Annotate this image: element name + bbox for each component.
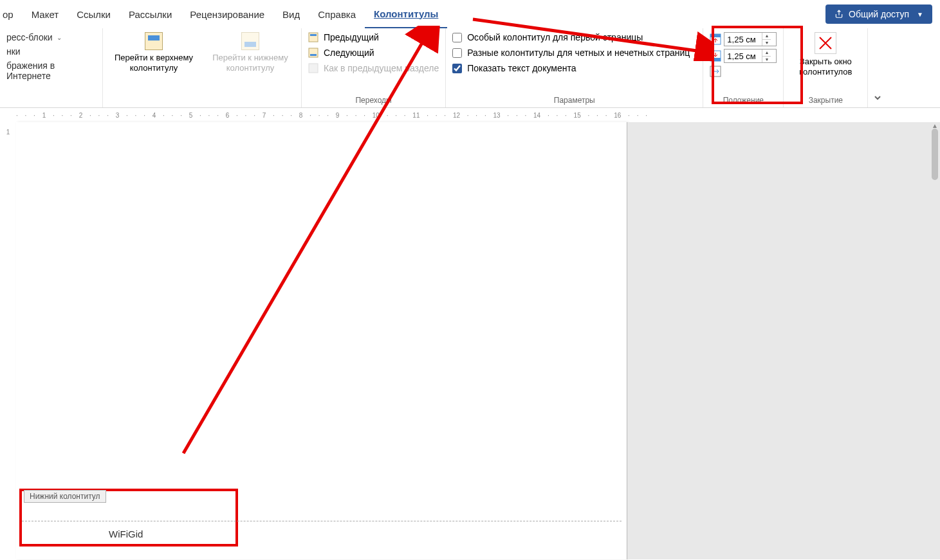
close-group-label: Закрытие <box>790 96 861 106</box>
previous-label: Предыдущий <box>324 32 379 42</box>
scrollbar-thumb[interactable] <box>932 129 938 180</box>
goto-footer-label: Перейти к нижнему колонтитулу <box>202 53 299 73</box>
next-button[interactable]: Следующий <box>308 48 439 58</box>
tab-view[interactable]: Вид <box>273 0 309 28</box>
share-button[interactable]: Общий доступ ▼ <box>825 5 932 24</box>
web-images-button[interactable]: бражения в Интернете <box>6 60 96 81</box>
tab-layout[interactable]: Макет <box>23 0 68 28</box>
checkbox-odd-even[interactable] <box>452 48 462 58</box>
same-as-previous-button: Как в предыдущем разделе <box>308 63 439 73</box>
group-insert-partial: ресс-блоки⌄ нки бражения в Интернете <box>0 28 103 107</box>
group-parameters: Особый колонтитул для первой страницы Ра… <box>446 28 703 107</box>
tab-help[interactable]: Справка <box>309 0 365 28</box>
show-text-label: Показать текст документа <box>467 63 576 73</box>
spin-down-icon[interactable]: ▼ <box>762 40 771 46</box>
next-icon <box>308 48 318 58</box>
next-label: Следующий <box>324 48 374 58</box>
ribbon-collapse-button[interactable] <box>868 28 887 107</box>
footer-text[interactable]: WiFiGid <box>109 528 143 539</box>
document-page[interactable]: Нижний колонтитул WiFiGid <box>16 122 627 559</box>
close-label: Закрыть окно колонтитулов <box>790 57 861 77</box>
header-position-input[interactable] <box>724 33 762 46</box>
document-area: 1 Нижний колонтитул WiFiGid ▲ <box>0 122 940 559</box>
first-page-label: Особый колонтитул для первой страницы <box>467 32 643 42</box>
previous-button[interactable]: Предыдущий <box>308 32 439 42</box>
page-background: ▲ <box>627 122 940 559</box>
tab-align-icon <box>710 66 721 77</box>
horizontal-ruler[interactable]: · · · 1 · · · 2 · · · 3 · · · 4 · · · 5 … <box>0 108 940 122</box>
ruler-v-mark: 1 <box>0 129 16 136</box>
spin-up-icon[interactable]: ▲ <box>762 50 771 57</box>
prev-icon <box>308 32 318 42</box>
ribbon-tabs: ор Макет Ссылки Рассылки Рецензирование … <box>0 0 940 28</box>
close-header-footer-button[interactable]: Закрыть окно колонтитулов <box>790 32 861 77</box>
position-group-label: Положение <box>710 96 777 106</box>
different-odd-even-checkbox[interactable]: Разные колонтитулы для четных и нечетных… <box>452 48 690 58</box>
footer-icon <box>241 32 259 50</box>
goto-header-button[interactable]: Перейти к верхнему колонтитулу <box>106 32 202 73</box>
tab-insert-partial[interactable]: ор <box>0 0 23 28</box>
footer-dashed-line <box>22 521 622 521</box>
annotation-footer-box: Нижний колонтитул WiFiGid <box>19 489 238 546</box>
different-first-page-checkbox[interactable]: Особый колонтитул для первой страницы <box>452 32 690 42</box>
chevron-down-icon: ⌄ <box>57 34 62 41</box>
group-transitions: Предыдущий Следующий Как в предыдущем ра… <box>302 28 446 107</box>
footer-position-input[interactable] <box>724 50 762 62</box>
svg-rect-3 <box>310 54 317 56</box>
checkbox-show-text[interactable] <box>452 64 462 73</box>
show-document-text-checkbox[interactable]: Показать текст документа <box>452 63 690 73</box>
header-from-top-row: ▲▼ <box>710 32 777 46</box>
group-position: ▲▼ ▲▼ Положение <box>703 28 784 107</box>
checkbox-first-page[interactable] <box>452 33 462 42</box>
share-label: Общий доступ <box>849 9 909 19</box>
svg-rect-4 <box>309 64 318 73</box>
chevron-down-icon <box>873 93 882 102</box>
share-icon <box>834 10 843 19</box>
group-close: Закрыть окно колонтитулов Закрытие <box>784 28 868 107</box>
ruler-marks: · · · 1 · · · 2 · · · 3 · · · 4 · · · 5 … <box>16 112 647 119</box>
chevron-down-icon: ▼ <box>917 11 923 18</box>
pictures-button[interactable]: нки <box>6 46 96 57</box>
svg-rect-8 <box>710 58 721 61</box>
express-blocks-button[interactable]: ресс-блоки⌄ <box>6 32 96 42</box>
tab-mailings[interactable]: Рассылки <box>120 0 181 28</box>
footer-tag: Нижний колонтитул <box>24 490 106 503</box>
tab-review[interactable]: Рецензирование <box>181 0 273 28</box>
header-position-spinner[interactable]: ▲▼ <box>724 32 777 46</box>
header-position-icon <box>710 33 721 45</box>
tab-headers-footers[interactable]: Колонтитулы <box>365 0 447 28</box>
footer-position-spinner[interactable]: ▲▼ <box>724 49 777 63</box>
vertical-ruler[interactable]: 1 <box>0 122 16 559</box>
close-icon <box>815 32 836 54</box>
spin-up-icon[interactable]: ▲ <box>762 33 771 40</box>
ribbon: ресс-блоки⌄ нки бражения в Интернете Пер… <box>0 28 940 108</box>
svg-rect-6 <box>710 34 721 37</box>
spin-down-icon[interactable]: ▼ <box>762 57 771 63</box>
parameters-group-label: Параметры <box>452 96 696 106</box>
footer-from-bottom-row: ▲▼ <box>710 49 777 63</box>
goto-header-label: Перейти к верхнему колонтитулу <box>106 53 202 73</box>
svg-rect-1 <box>310 34 317 36</box>
group-navigation: Перейти к верхнему колонтитулу Перейти к… <box>103 28 302 107</box>
spinner-buttons[interactable]: ▲▼ <box>762 33 771 46</box>
same-as-previous-label: Как в предыдущем разделе <box>324 63 439 73</box>
footer-position-icon <box>710 50 721 62</box>
insert-alignment-tab-button[interactable] <box>710 66 777 77</box>
goto-footer-button: Перейти к нижнему колонтитулу <box>202 32 299 73</box>
spinner-buttons[interactable]: ▲▼ <box>762 50 771 62</box>
odd-even-label: Разные колонтитулы для четных и нечетных… <box>467 48 690 58</box>
link-icon <box>308 63 318 73</box>
tab-links[interactable]: Ссылки <box>68 0 120 28</box>
header-icon <box>145 32 163 50</box>
transitions-group-label: Переходы <box>308 96 439 106</box>
